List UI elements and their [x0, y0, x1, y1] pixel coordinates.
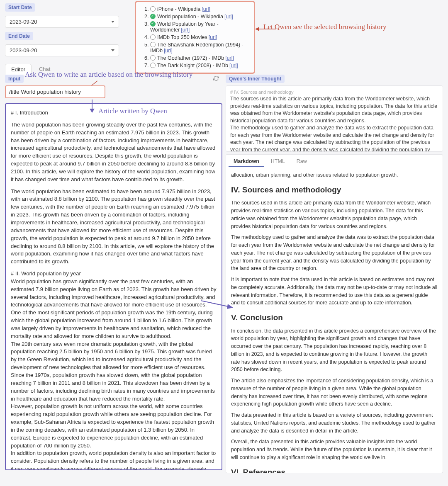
caret-down-icon: [111, 21, 114, 23]
browsing-history-panel: iPhone - Wikipedia[url]World population …: [135, 1, 255, 74]
md-para: The data presented in this article is ba…: [231, 411, 438, 435]
article-para: However, population growth is not unifor…: [11, 403, 217, 450]
svg-marker-1: [255, 27, 259, 31]
article-para: The 20th century saw even more dramatic …: [11, 340, 217, 372]
input-panel-label: Input: [5, 75, 24, 83]
article-h2: # II. World population by year: [11, 270, 217, 278]
md-para: The sources used in this article are pri…: [231, 199, 438, 230]
radio-icon[interactable]: [150, 34, 156, 40]
history-url-link[interactable]: [url]: [229, 63, 238, 68]
prompt-input[interactable]: /title World population history: [5, 85, 105, 98]
article-para: Since the 1970s, population growth has s…: [11, 372, 217, 403]
radio-icon[interactable]: [150, 6, 156, 12]
history-item[interactable]: The Godfather (1972) - IMDb[url]: [150, 54, 248, 62]
start-date-value: 2023-09-20: [10, 19, 37, 25]
article-para: World population has grown significantly…: [11, 278, 217, 309]
radio-icon[interactable]: [150, 63, 156, 68]
history-url-link[interactable]: [url]: [164, 48, 173, 53]
thought-para: The methodology used to gather and analy…: [230, 124, 438, 152]
md-para: In conclusion, the data presented in thi…: [231, 327, 438, 374]
md-h5: V. Conclusion: [231, 312, 438, 324]
history-item[interactable]: The Shawshank Redemption (1994) - IMDb[u…: [150, 41, 248, 54]
md-para: allocation, urban planning, and other is…: [231, 171, 438, 179]
md-para: Overall, the data presented in this arti…: [231, 438, 438, 461]
radio-icon[interactable]: [150, 55, 156, 61]
start-date-label: Start Date: [5, 3, 35, 12]
output-tab-html[interactable]: HTML: [266, 156, 290, 167]
article-para: The world population has been estimated …: [11, 188, 217, 266]
annotation-ask: Ask Qwen to write an article based on th…: [25, 70, 192, 79]
article-para: One of the most significant periods of p…: [11, 309, 217, 340]
history-item[interactable]: IMDb Top 250 Movies[url]: [150, 34, 248, 41]
article-output: # I. Introduction The world population h…: [5, 103, 222, 470]
output-tab-raw[interactable]: Raw: [292, 156, 312, 167]
history-title: IMDb Top 250 Movies: [157, 34, 207, 40]
history-item[interactable]: The Dark Knight (2008) - IMDb[url]: [150, 62, 248, 69]
thought-para: The sources used in this article are pri…: [230, 95, 438, 124]
output-tabs: Markdown HTML Raw: [226, 154, 443, 167]
history-url-link[interactable]: [url]: [181, 27, 190, 33]
history-item[interactable]: iPhone - Wikipedia[url]: [150, 5, 248, 13]
article-para: In addition to population growth, world …: [11, 450, 217, 470]
md-h6: VI. References: [231, 467, 438, 474]
end-date-label: End Date: [5, 32, 33, 40]
annotation-history: Let Qwen see the selected browsing histo…: [263, 23, 386, 31]
markdown-output: allocation, urban planning, and other is…: [226, 167, 443, 473]
history-item[interactable]: World Population by Year - Worldometer[u…: [150, 20, 248, 34]
history-title: World population - Wikipedia: [157, 14, 223, 19]
end-date-value: 2023-09-20: [10, 47, 37, 53]
history-url-link[interactable]: [url]: [224, 14, 233, 19]
annotation-written: Article written by Qwen: [98, 107, 167, 115]
history-url-link[interactable]: [url]: [209, 34, 217, 40]
history-url-link[interactable]: [url]: [202, 6, 210, 12]
md-para: The methodology used to gather and analy…: [231, 233, 438, 272]
history-url-link[interactable]: [url]: [225, 55, 234, 61]
md-para: The article also emphasizes the importan…: [231, 377, 438, 408]
md-para: It is important to note that the data us…: [231, 276, 438, 307]
article-para: The world population has been growing st…: [11, 121, 217, 184]
radio-selected-icon[interactable]: [150, 21, 156, 27]
output-tab-markdown[interactable]: Markdown: [229, 156, 264, 167]
radio-icon[interactable]: [150, 42, 156, 47]
history-item[interactable]: World population - Wikipedia[url]: [150, 13, 248, 20]
thought-output: # IV. Sources and methodology The source…: [226, 85, 443, 152]
radio-selected-icon[interactable]: [150, 14, 156, 19]
history-title: The Dark Knight (2008) - IMDb: [157, 63, 228, 68]
end-date-input[interactable]: 2023-09-20: [5, 44, 119, 56]
refresh-icon[interactable]: [213, 75, 219, 83]
thought-panel-label: Qwen's Inner Thought: [226, 75, 285, 83]
caret-down-icon: [111, 49, 114, 51]
history-title: The Godfather (1972) - IMDb: [157, 55, 224, 61]
md-h4: IV. Sources and methodology: [231, 184, 438, 196]
start-date-input[interactable]: 2023-09-20: [5, 16, 119, 28]
history-title: iPhone - Wikipedia: [157, 6, 200, 12]
thought-heading: # IV. Sources and methodology: [230, 89, 438, 95]
